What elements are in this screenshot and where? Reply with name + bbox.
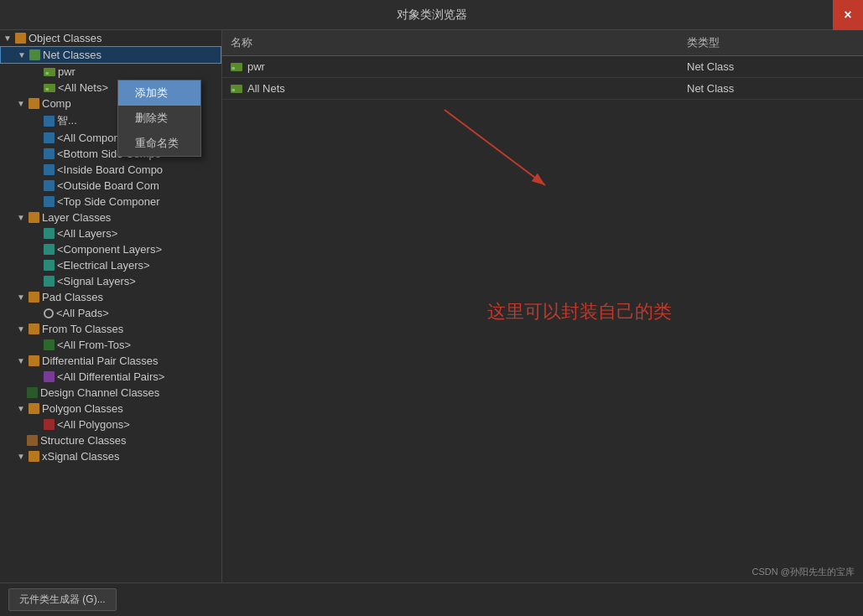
tree-label: <All From-Tos> bbox=[57, 339, 131, 351]
tree-item-all-pads[interactable]: <All Pads> bbox=[0, 305, 221, 321]
tree-item-pwr[interactable]: ≡ pwr bbox=[0, 64, 221, 80]
close-button[interactable]: × bbox=[833, 0, 863, 30]
comp-icon3 bbox=[44, 148, 55, 159]
context-menu-rename-class[interactable]: 重命名类 bbox=[118, 131, 200, 156]
arrow-icon: ▼ bbox=[3, 34, 13, 43]
tree-label: Comp bbox=[42, 97, 71, 110]
design-icon bbox=[27, 387, 38, 398]
net-svg-row: ≡ bbox=[231, 63, 242, 71]
tree-label: Design Channel Classes bbox=[40, 386, 159, 399]
svg-line-9 bbox=[444, 110, 545, 185]
type-column-header: 类类型 bbox=[687, 35, 855, 50]
svg-text:≡: ≡ bbox=[45, 70, 49, 76]
tree-label: <All Layers> bbox=[57, 227, 117, 240]
tree-label: <All Differential Pairs> bbox=[57, 370, 164, 383]
table-header: 名称 类类型 bbox=[222, 30, 863, 56]
tree-item-design-channel[interactable]: Design Channel Classes bbox=[0, 385, 221, 401]
name-column-header: 名称 bbox=[231, 35, 687, 50]
tree-label: Differential Pair Classes bbox=[42, 355, 158, 367]
arrow-icon: ▼ bbox=[17, 292, 27, 302]
tree-label: <Signal Layers> bbox=[57, 275, 136, 287]
tree-item-object-classes[interactable]: ▼ Object Classes bbox=[0, 30, 221, 46]
fromto-icon bbox=[44, 339, 55, 350]
net-classes-icon bbox=[29, 49, 40, 60]
context-menu-remove-class[interactable]: 删除类 bbox=[118, 106, 200, 131]
tree-item-component-layers[interactable]: <Component Layers> bbox=[0, 241, 221, 257]
table-row[interactable]: ≡ All Nets Net Class bbox=[222, 78, 863, 100]
tree-item-all-layers[interactable]: <All Layers> bbox=[0, 225, 221, 241]
folder-icon bbox=[15, 33, 26, 44]
layer-icon bbox=[44, 228, 55, 239]
svg-text:≡: ≡ bbox=[45, 86, 49, 92]
tree-item-net-classes[interactable]: ▼ Net Classes bbox=[0, 46, 221, 64]
diff-icon bbox=[44, 371, 55, 382]
net-icon-sm2: ≡ bbox=[44, 84, 55, 92]
tree-item-xsignal-classes[interactable]: ▼ xSignal Classes bbox=[0, 448, 221, 464]
tree-label: Net Classes bbox=[43, 49, 101, 61]
structure-icon bbox=[27, 435, 38, 446]
class-generator-button[interactable]: 元件类生成器 (G)... bbox=[8, 588, 117, 611]
net-icon-row2: ≡ bbox=[231, 85, 242, 93]
tree-label: 智... bbox=[57, 113, 77, 128]
svg-text:≡: ≡ bbox=[231, 65, 235, 71]
net-icon-row: ≡ bbox=[231, 63, 242, 71]
tree-label: Layer Classes bbox=[42, 211, 111, 224]
context-menu: 添加类 删除类 重命名类 bbox=[117, 80, 201, 157]
arrow-icon: ▼ bbox=[17, 99, 27, 108]
tree-item-inside-board[interactable]: <Inside Board Compo bbox=[0, 162, 221, 178]
net-svg2: ≡ bbox=[44, 84, 55, 92]
row-name: ≡ All Nets bbox=[231, 82, 687, 95]
tree-item-outside-board[interactable]: <Outside Board Com bbox=[0, 178, 221, 194]
tree-item-polygon-classes[interactable]: ▼ Polygon Classes bbox=[0, 401, 221, 417]
comp-folder-icon bbox=[29, 98, 39, 109]
polygon-icon bbox=[44, 419, 55, 430]
tree-label: <All Nets> bbox=[58, 81, 108, 94]
main-window: 对象类浏览器 × ▼ Object Classes ▼ Net Classes bbox=[0, 0, 863, 616]
comp-icon2 bbox=[44, 132, 55, 143]
layer-icon3 bbox=[44, 260, 55, 271]
tree-item-all-diff-pairs[interactable]: <All Differential Pairs> bbox=[0, 369, 221, 385]
tree-label: pwr bbox=[58, 65, 75, 78]
tree-item-from-to-classes[interactable]: ▼ From To Classes bbox=[0, 321, 221, 337]
arrow-icon: ▼ bbox=[17, 213, 27, 222]
tree-item-all-polygons[interactable]: <All Polygons> bbox=[0, 417, 221, 432]
tree-label: <All Pads> bbox=[56, 307, 109, 319]
layer-folder-icon bbox=[29, 212, 39, 223]
row-name-text: pwr bbox=[247, 60, 265, 73]
arrow-icon: ▼ bbox=[17, 452, 27, 461]
title-bar: 对象类浏览器 × bbox=[0, 0, 863, 30]
tree-item-layer-classes[interactable]: ▼ Layer Classes bbox=[0, 210, 221, 225]
comp-icon5 bbox=[44, 180, 55, 191]
tree-item-diff-pair-classes[interactable]: ▼ Differential Pair Classes bbox=[0, 353, 221, 369]
tree-label: xSignal Classes bbox=[42, 450, 120, 463]
tree-label: <Electrical Layers> bbox=[57, 259, 150, 272]
net-svg: ≡ bbox=[44, 68, 55, 76]
arrow-icon: ▼ bbox=[17, 356, 27, 365]
window-title: 对象类浏览器 bbox=[397, 8, 467, 23]
diff-folder-icon bbox=[29, 355, 39, 366]
net-icon-sm: ≡ bbox=[44, 68, 55, 76]
tree-label: From To Classes bbox=[42, 323, 123, 335]
tree-item-structure-classes[interactable]: Structure Classes bbox=[0, 432, 221, 448]
row-type: Net Class bbox=[687, 60, 855, 73]
layer-icon2 bbox=[44, 244, 55, 255]
tree-item-signal-layers[interactable]: <Signal Layers> bbox=[0, 273, 221, 289]
bottom-bar: 元件类生成器 (G)... bbox=[0, 582, 863, 616]
context-menu-add-class[interactable]: 添加类 bbox=[118, 80, 200, 106]
tree-item-pad-classes[interactable]: ▼ Pad Classes bbox=[0, 289, 221, 305]
pad-icon bbox=[44, 308, 54, 318]
arrow-icon: ▼ bbox=[17, 404, 27, 413]
right-panel: 名称 类类型 ≡ pwr Net Class ≡ All Nets bbox=[222, 30, 863, 582]
arrow-icon: ▼ bbox=[18, 50, 28, 60]
comp-icon6 bbox=[44, 196, 55, 207]
tree-item-top-side[interactable]: <Top Side Componer bbox=[0, 194, 221, 210]
tree-item-all-from-tos[interactable]: <All From-Tos> bbox=[0, 337, 221, 353]
tree-label: Object Classes bbox=[29, 32, 101, 44]
layer-icon4 bbox=[44, 276, 55, 287]
tree-item-electrical-layers[interactable]: <Electrical Layers> bbox=[0, 257, 221, 273]
table-row[interactable]: ≡ pwr Net Class bbox=[222, 56, 863, 78]
svg-text:≡: ≡ bbox=[231, 87, 235, 93]
tree-label: Structure Classes bbox=[40, 434, 127, 447]
tree-label: <All Polygons> bbox=[57, 418, 130, 431]
row-name-text2: All Nets bbox=[247, 82, 285, 95]
